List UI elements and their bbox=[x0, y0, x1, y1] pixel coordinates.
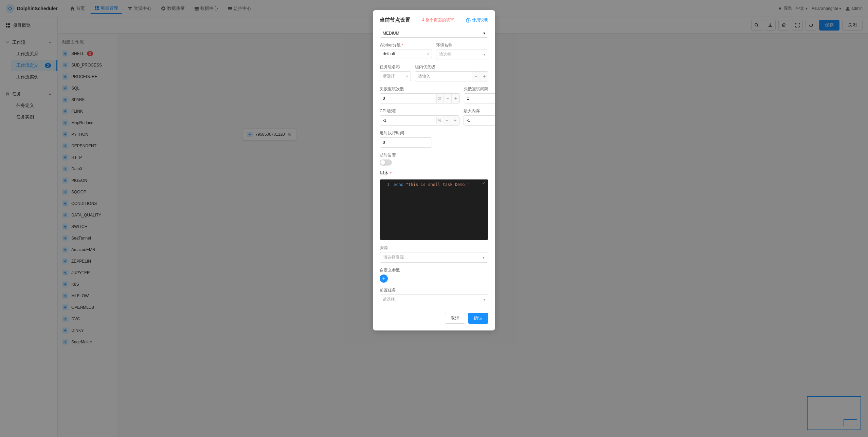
cpu-plus-btn[interactable]: ＋ bbox=[451, 116, 459, 125]
code-string: "this is shell task Demo." bbox=[406, 182, 470, 187]
resource-select[interactable]: 请选择资源 ▾ bbox=[380, 252, 488, 263]
retry-times-plus-btn[interactable]: ＋ bbox=[451, 94, 459, 103]
env-select[interactable]: 请选择 ▾ bbox=[436, 50, 488, 59]
help-button[interactable]: 使用说明 bbox=[466, 17, 488, 23]
delay-input[interactable] bbox=[380, 138, 432, 147]
custom-params-label: 自定义参数 bbox=[380, 267, 488, 273]
taskname-priority-row: 任务组名称 请选择 ▾ 组内优先级 － ＋ bbox=[380, 64, 488, 81]
worker-select-arrow: ▾ bbox=[427, 52, 429, 56]
worker-group-select[interactable]: default ▾ bbox=[380, 50, 432, 58]
cpu-form: CPU配额 % － ＋ bbox=[380, 108, 459, 126]
cpu-minus-btn[interactable]: － bbox=[443, 116, 451, 125]
retry-row: 失败重试次数 次 － ＋ 失败重试间隔 分 － ＋ bbox=[380, 86, 488, 103]
timeout-label: 超时告警 bbox=[380, 152, 488, 158]
retry-times-stepper: 次 － ＋ bbox=[380, 93, 460, 103]
timeout-toggle[interactable] bbox=[380, 159, 392, 166]
priority-row: MEDIUM ▾ bbox=[380, 29, 488, 38]
code-fullscreen-btn[interactable]: ⤢ bbox=[482, 181, 485, 185]
task-name-label: 任务组名称 bbox=[380, 64, 411, 70]
cancel-button[interactable]: 取消 bbox=[445, 313, 465, 324]
task-name-placeholder: 请选择 bbox=[383, 73, 395, 79]
group-priority-form: 组内优先级 － ＋ bbox=[415, 64, 488, 81]
add-custom-param-btn[interactable]: ＋ bbox=[380, 274, 388, 283]
modal-header: 当前节点设置 4 整个页面的填写 使用说明 bbox=[380, 17, 488, 23]
task-name-form: 任务组名称 请选择 ▾ bbox=[380, 64, 411, 81]
task-name-select[interactable]: 请选择 ▾ bbox=[380, 71, 411, 81]
resource-section: 资源 请选择资源 ▾ bbox=[380, 245, 488, 263]
env-placeholder: 请选择 bbox=[439, 52, 451, 57]
retry-times-unit: 次 bbox=[436, 94, 443, 103]
script-required: * bbox=[390, 171, 392, 176]
memory-input[interactable] bbox=[464, 116, 495, 125]
retry-times-minus-btn[interactable]: － bbox=[443, 94, 451, 103]
toggle-knob bbox=[380, 160, 385, 165]
script-section: 脚本 * ⤢ 1 echo "this is shell task Demo." bbox=[380, 170, 488, 240]
worker-group-value: default bbox=[383, 52, 395, 56]
pre-tasks-placeholder: 请选择 bbox=[383, 297, 395, 302]
worker-group-form: Worker分组 * default ▾ bbox=[380, 42, 432, 59]
memory-label: 最大内存 bbox=[464, 108, 495, 114]
priority-selector[interactable]: MEDIUM ▾ bbox=[380, 29, 488, 38]
cpu-input[interactable] bbox=[380, 116, 436, 125]
confirm-button[interactable]: 确认 bbox=[468, 313, 488, 324]
code-editor[interactable]: ⤢ 1 echo "this is shell task Demo." bbox=[380, 179, 488, 240]
retry-times-label: 失败重试次数 bbox=[380, 86, 460, 92]
modal-title: 当前节点设置 bbox=[380, 17, 410, 23]
node-settings-modal: 当前节点设置 4 整个页面的填写 使用说明 MEDIUM ▾ Worker分组 … bbox=[373, 10, 495, 330]
svg-point-44 bbox=[468, 21, 468, 21]
cpu-unit: % bbox=[436, 117, 443, 124]
code-lineno: 1 bbox=[383, 182, 390, 187]
resource-placeholder: 请选择资源 bbox=[383, 254, 404, 260]
delay-stepper: 分 － ＋ bbox=[380, 137, 432, 148]
env-form: 环境名称 请选择 ▾ bbox=[436, 42, 488, 59]
taskname-select-arrow: ▾ bbox=[406, 74, 408, 78]
resource-chevron: ▾ bbox=[483, 255, 485, 260]
env-select-arrow: ▾ bbox=[484, 53, 485, 56]
resource-label: 资源 bbox=[380, 245, 488, 251]
priority-minus-btn[interactable]: － bbox=[472, 72, 480, 81]
script-title: 脚本 * bbox=[380, 170, 488, 176]
custom-params-section: 自定义参数 ＋ bbox=[380, 267, 488, 283]
pre-tasks-label: 前置任务 bbox=[380, 287, 488, 293]
group-priority-input[interactable] bbox=[415, 72, 472, 80]
env-label: 环境名称 bbox=[436, 42, 488, 48]
cpu-stepper: % － ＋ bbox=[380, 115, 459, 126]
priority-chevron: ▾ bbox=[483, 31, 485, 36]
hint-text: 4 整个页面的填写 bbox=[422, 17, 454, 23]
pre-tasks-chevron: ▾ bbox=[484, 298, 485, 301]
priority-value: MEDIUM bbox=[383, 31, 399, 36]
delay-row: 延时执行时间 分 － ＋ bbox=[380, 130, 488, 148]
retry-times-input[interactable] bbox=[380, 94, 436, 102]
required-mark: * bbox=[401, 43, 403, 48]
worker-group-label: Worker分组 * bbox=[380, 42, 432, 48]
pre-tasks-section: 前置任务 请选择 ▾ bbox=[380, 287, 488, 304]
memory-stepper: MB － ＋ bbox=[464, 115, 495, 126]
group-priority-label: 组内优先级 bbox=[415, 64, 488, 70]
memory-form: 最大内存 MB － ＋ bbox=[464, 108, 495, 126]
retry-interval-label: 失败重试间隔 bbox=[464, 86, 495, 92]
retry-interval-form: 失败重试间隔 分 － ＋ bbox=[464, 86, 495, 103]
code-line-1: 1 echo "this is shell task Demo." bbox=[383, 182, 485, 187]
retry-times-form: 失败重试次数 次 － ＋ bbox=[380, 86, 460, 103]
timeout-row: 超时告警 bbox=[380, 152, 488, 166]
worker-env-row: Worker分组 * default ▾ 环境名称 请选择 ▾ bbox=[380, 42, 488, 59]
priority-plus-btn[interactable]: ＋ bbox=[480, 72, 488, 81]
modal-footer: 取消 确认 bbox=[380, 310, 488, 324]
pre-tasks-select[interactable]: 请选择 ▾ bbox=[380, 294, 488, 304]
code-keyword: echo bbox=[394, 182, 403, 187]
help-label: 使用说明 bbox=[472, 17, 488, 23]
delay-label: 延时执行时间 bbox=[380, 130, 488, 136]
code-content: echo "this is shell task Demo." bbox=[394, 182, 470, 187]
cpu-memory-row: CPU配额 % － ＋ 最大内存 MB － ＋ bbox=[380, 108, 488, 126]
retry-interval-stepper: 分 － ＋ bbox=[464, 93, 495, 103]
help-icon bbox=[466, 18, 471, 23]
modal-overlay[interactable]: 当前节点设置 4 整个页面的填写 使用说明 MEDIUM ▾ Worker分组 … bbox=[0, 0, 868, 437]
cpu-label: CPU配额 bbox=[380, 108, 459, 114]
retry-interval-input[interactable] bbox=[464, 94, 495, 102]
code-toolbar: ⤢ bbox=[482, 181, 485, 185]
